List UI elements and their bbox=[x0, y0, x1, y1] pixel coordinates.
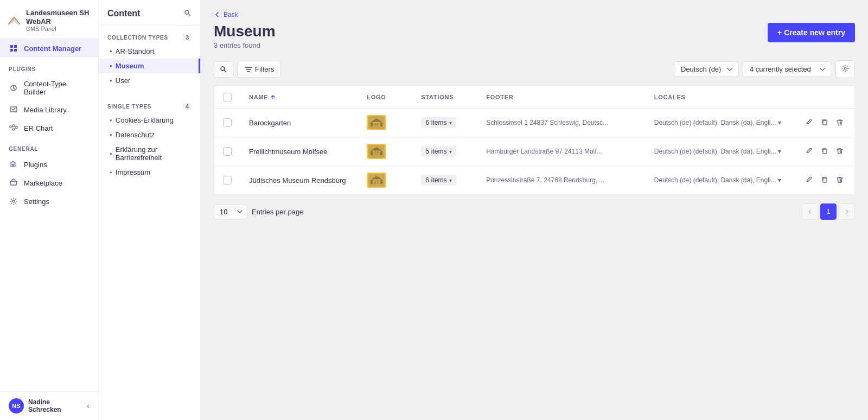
select-all-checkbox[interactable] bbox=[223, 93, 232, 101]
sidebar-item-content-manager[interactable]: Content Manager bbox=[0, 39, 98, 58]
settings-icon bbox=[9, 196, 18, 206]
sidebar-item-label: Media Library bbox=[24, 106, 67, 114]
bullet-icon: ● bbox=[110, 151, 112, 156]
svg-rect-25 bbox=[823, 149, 827, 154]
nav-item-label: Museum bbox=[116, 62, 144, 70]
content-nav-impressum[interactable]: ● Impressum bbox=[99, 165, 200, 180]
locales-expand-icon[interactable]: ▾ bbox=[778, 119, 781, 126]
row-checkbox-cell bbox=[214, 166, 240, 195]
stations-badge[interactable]: 6 items ▾ bbox=[421, 175, 456, 186]
sidebar-item-label: Plugins bbox=[24, 161, 47, 169]
row-logo bbox=[358, 166, 412, 195]
row-logo bbox=[358, 137, 412, 166]
nav-item-label: User bbox=[116, 77, 130, 85]
sidebar-item-plugins[interactable]: Plugins bbox=[0, 155, 98, 174]
search-button[interactable] bbox=[214, 61, 233, 78]
content-type-builder-icon bbox=[9, 83, 18, 93]
row-checkbox[interactable] bbox=[223, 147, 232, 156]
row-checkbox[interactable] bbox=[223, 176, 232, 184]
table-settings-button[interactable] bbox=[835, 60, 855, 78]
single-types-count: 4 bbox=[183, 103, 192, 110]
sidebar-item-settings[interactable]: Settings bbox=[0, 192, 98, 211]
svg-rect-22 bbox=[375, 151, 378, 155]
row-footer: Prinzessinstraße 7, 24768 Rendsburg, ... bbox=[477, 166, 646, 195]
stations-badge[interactable]: 5 items ▾ bbox=[421, 146, 456, 157]
back-link[interactable]: Back bbox=[214, 11, 855, 18]
duplicate-button[interactable] bbox=[819, 145, 831, 158]
collection-types-count: 3 bbox=[183, 34, 192, 41]
name-column-header[interactable]: NAME bbox=[249, 94, 349, 100]
filters-button[interactable]: Filters bbox=[238, 61, 281, 78]
sidebar-item-content-type-builder[interactable]: Content-Type Builder bbox=[0, 75, 98, 100]
row-stations: 6 items ▾ bbox=[412, 109, 477, 137]
content-nav-datenschutz[interactable]: ● Datenschutz bbox=[99, 128, 200, 142]
selected-columns-select[interactable]: 4 currently selected bbox=[743, 61, 831, 77]
delete-button[interactable] bbox=[834, 116, 846, 130]
sidebar-item-marketplace[interactable]: Marketplace bbox=[0, 174, 98, 192]
delete-button[interactable] bbox=[834, 145, 846, 158]
brand-header: Landesmuseen SH WebAR CMS Panel bbox=[0, 0, 98, 39]
locale-select[interactable]: Deutsch (de) Dansk (da) English (en) bbox=[674, 61, 738, 77]
create-new-entry-button[interactable]: + Create new entry bbox=[768, 23, 855, 42]
page-controls: 1 bbox=[802, 203, 855, 220]
media-library-icon bbox=[9, 105, 18, 114]
brand-name: Landesmuseen SH bbox=[26, 9, 89, 17]
svg-rect-1 bbox=[14, 45, 17, 48]
svg-rect-0 bbox=[10, 45, 13, 48]
sidebar-item-label: ER Chart bbox=[24, 124, 53, 132]
collapse-sidebar-btn[interactable]: ‹ bbox=[87, 402, 90, 410]
svg-point-12 bbox=[221, 67, 225, 71]
svg-rect-17 bbox=[378, 122, 380, 126]
row-checkbox-cell bbox=[214, 137, 240, 166]
content-nav-cookies[interactable]: ● Cookies-Erklärung bbox=[99, 113, 200, 128]
stations-label: items bbox=[431, 176, 447, 184]
entries-per-page-select[interactable]: 10 20 50 100 bbox=[214, 205, 247, 219]
row-name: Barockgarten bbox=[240, 109, 358, 137]
logo-thumbnail bbox=[367, 115, 386, 130]
nav-item-label: Erklärung zur Barrierefreiheit bbox=[116, 145, 192, 162]
duplicate-button[interactable] bbox=[819, 116, 831, 130]
stations-badge[interactable]: 6 items ▾ bbox=[421, 117, 456, 128]
locales-expand-icon[interactable]: ▾ bbox=[778, 148, 781, 155]
sidebar-navigation: Content Manager PLUGINS Content-Type Bui… bbox=[0, 39, 98, 391]
locales-expand-icon[interactable]: ▾ bbox=[778, 176, 781, 184]
row-locales: Deutsch (de) (default), Dansk (da), Engl… bbox=[646, 137, 795, 166]
row-logo bbox=[358, 109, 412, 137]
general-section-label: GENERAL bbox=[0, 137, 98, 155]
content-nav-ar-standort[interactable]: ● AR-Standort bbox=[99, 44, 200, 59]
name-header-label: NAME bbox=[249, 94, 268, 100]
svg-rect-28 bbox=[375, 180, 378, 184]
duplicate-button[interactable] bbox=[819, 174, 831, 187]
content-nav-erklaerung[interactable]: ● Erklärung zur Barrierefreiheit bbox=[99, 142, 200, 165]
collection-types-label: COLLECTION TYPES bbox=[107, 35, 168, 41]
sidebar-item-label: Content-Type Builder bbox=[24, 80, 90, 96]
collection-types-section: COLLECTION TYPES 3 ● AR-Standort ● Museu… bbox=[99, 26, 200, 94]
content-search-button[interactable] bbox=[184, 9, 192, 18]
single-types-label: SINGLE TYPES bbox=[107, 104, 151, 110]
svg-rect-29 bbox=[378, 180, 380, 184]
svg-point-13 bbox=[844, 67, 846, 69]
locales-column-header: LOCALES bbox=[646, 86, 795, 109]
user-avatar: NS bbox=[9, 398, 24, 413]
svg-rect-27 bbox=[373, 180, 375, 184]
row-name: Jüdisches Museum Rendsburg bbox=[240, 166, 358, 195]
prev-page-button[interactable] bbox=[802, 203, 818, 220]
content-nav-museum[interactable]: ● Museum bbox=[99, 59, 200, 73]
sidebar-item-media-library[interactable]: Media Library bbox=[0, 100, 98, 119]
page-1-button[interactable]: 1 bbox=[820, 203, 837, 220]
delete-button[interactable] bbox=[834, 174, 846, 187]
table-row: Freilichtmuseum Molfsee 5 items ▾ Hambur… bbox=[214, 137, 854, 166]
bullet-icon: ● bbox=[110, 170, 112, 175]
svg-rect-6 bbox=[10, 126, 12, 128]
row-checkbox[interactable] bbox=[223, 118, 232, 127]
next-page-button[interactable] bbox=[839, 203, 855, 220]
edit-button[interactable] bbox=[803, 116, 815, 130]
edit-button[interactable] bbox=[803, 145, 815, 158]
edit-button[interactable] bbox=[803, 174, 815, 187]
sidebar-item-label: Marketplace bbox=[24, 179, 62, 187]
stations-label: items bbox=[431, 119, 447, 126]
row-actions bbox=[795, 109, 854, 137]
filters-label: Filters bbox=[255, 65, 274, 73]
sidebar-item-er-chart[interactable]: ER Chart bbox=[0, 119, 98, 137]
content-nav-user[interactable]: ● User bbox=[99, 73, 200, 88]
